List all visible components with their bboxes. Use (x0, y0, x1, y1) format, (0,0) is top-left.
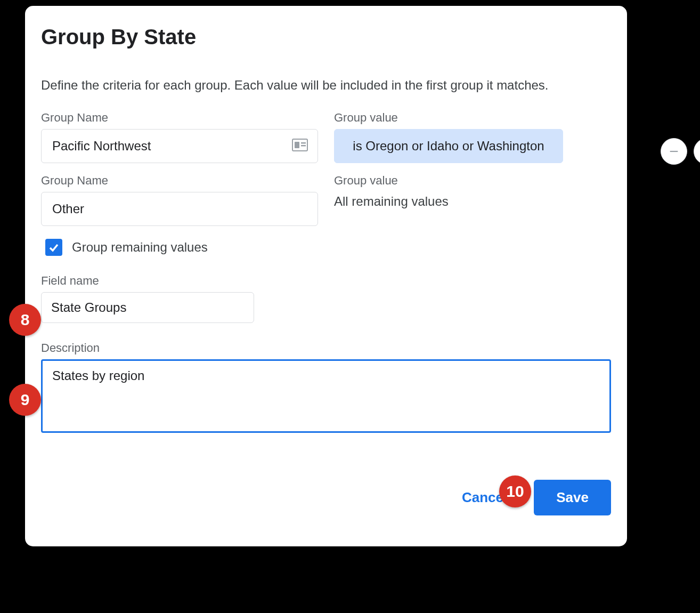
field-name-input[interactable] (41, 292, 254, 323)
add-group-button[interactable]: + (694, 138, 700, 165)
save-button[interactable]: Save (534, 480, 611, 515)
group-name-input[interactable] (51, 201, 308, 217)
id-card-icon (292, 139, 308, 154)
dialog-subtitle: Define the criteria for each group. Each… (41, 78, 611, 93)
svg-rect-3 (301, 145, 306, 147)
group-row: Group Name Group value All remaining val… (41, 174, 611, 226)
description-label: Description (41, 341, 611, 355)
annotation-badge: 8 (9, 304, 41, 336)
group-remaining-label: Group remaining values (72, 240, 208, 255)
annotation-badge: 9 (9, 384, 41, 416)
annotation-badge: 10 (499, 475, 531, 507)
group-by-dialog: Group By State Define the criteria for e… (22, 3, 630, 549)
group-name-label: Group Name (41, 174, 318, 188)
group-remaining-row: Group remaining values (45, 239, 611, 256)
group-value-label: Group value (334, 111, 563, 125)
group-value-pill[interactable]: is Oregon or Idaho or Washington (334, 129, 563, 163)
dialog-title: Group By State (41, 25, 611, 49)
group-row: Group Name Group value is Oregon or Idah… (41, 111, 611, 163)
field-name-label: Field name (41, 274, 611, 288)
remove-group-button[interactable]: − (661, 138, 687, 165)
group-name-label: Group Name (41, 111, 318, 125)
description-textarea[interactable] (41, 359, 611, 433)
group-remaining-checkbox[interactable] (45, 239, 62, 256)
svg-rect-2 (301, 142, 306, 144)
minus-icon: − (669, 142, 679, 160)
group-name-input-wrap[interactable] (41, 192, 318, 226)
group-value-static: All remaining values (334, 192, 563, 209)
svg-rect-1 (295, 142, 299, 148)
group-name-input[interactable] (51, 138, 288, 154)
group-name-input-wrap[interactable] (41, 129, 318, 163)
check-icon (48, 241, 60, 253)
group-value-label: Group value (334, 174, 563, 188)
